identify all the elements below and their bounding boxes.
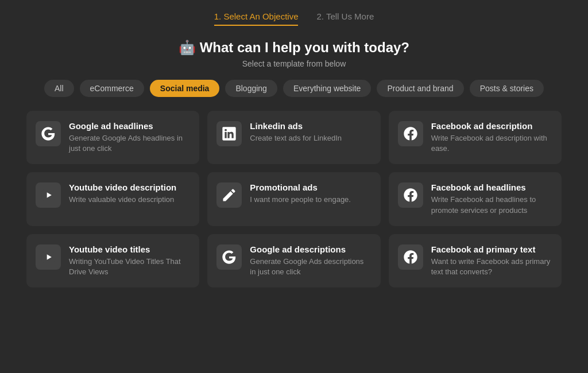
card-facebook-ad-headlines[interactable]: Facebook ad headlines Write Facebook ad …	[389, 172, 562, 226]
tab-blogging[interactable]: Blogging	[225, 80, 277, 97]
tab-ecommerce[interactable]: eCommerce	[80, 80, 144, 97]
tab-posts-stories[interactable]: Posts & stories	[470, 80, 544, 97]
card-desc-5: Write Facebook ad headlines to promote s…	[431, 195, 552, 215]
youtube-icon-0	[36, 182, 61, 208]
facebook-icon-2	[398, 244, 423, 270]
linkedin-icon	[216, 121, 242, 146]
card-title-5: Facebook ad headlines	[431, 182, 552, 192]
page-title: 🤖 What can I help you with today?	[26, 40, 562, 56]
card-desc-4: I want more people to engage.	[250, 195, 351, 205]
facebook-icon-0	[398, 121, 423, 146]
step-2[interactable]: 2. Tell Us More	[316, 11, 374, 26]
youtube-icon-1	[36, 244, 61, 270]
card-title-4: Promotional ads	[250, 182, 351, 192]
card-facebook-ad-description[interactable]: Facebook ad description Write Facebook a…	[389, 111, 562, 164]
page-subtitle: Select a template from below	[26, 59, 562, 68]
card-desc-6: Writing YouTube Video Titles That Drive …	[69, 257, 190, 277]
card-desc-3: Write valuable video description	[69, 195, 176, 205]
filter-tabs: All eCommerce Social media Blogging Ever…	[26, 80, 562, 97]
card-title-3: Youtube video description	[69, 182, 176, 192]
card-desc-7: Generate Google Ads descriptions in just…	[250, 257, 371, 277]
card-title-0: Google ad headlines	[69, 121, 190, 131]
tab-product-brand[interactable]: Product and brand	[377, 80, 463, 97]
card-title-8: Facebook ad primary text	[431, 244, 552, 254]
card-youtube-video-description[interactable]: Youtube video description Write valuable…	[26, 172, 199, 226]
page-header: 🤖 What can I help you with today? Select…	[26, 40, 562, 68]
card-google-ad-headlines[interactable]: Google ad headlines Generate Google Ads …	[26, 111, 199, 164]
facebook-icon-1	[398, 182, 423, 208]
card-youtube-video-titles[interactable]: Youtube video titles Writing YouTube Vid…	[26, 234, 199, 287]
card-title-7: Google ad descriptions	[250, 244, 371, 254]
google-icon-1	[216, 244, 242, 270]
card-google-ad-descriptions[interactable]: Google ad descriptions Generate Google A…	[207, 234, 380, 287]
cards-grid: Google ad headlines Generate Google Ads …	[26, 111, 562, 287]
steps-nav: 1. Select An Objective 2. Tell Us More	[26, 11, 562, 26]
card-title-1: Linkedin ads	[250, 121, 342, 131]
card-desc-1: Create text ads for LinkedIn	[250, 133, 342, 143]
robot-icon: 🤖	[179, 40, 196, 55]
card-promotional-ads[interactable]: Promotional ads I want more people to en…	[207, 172, 380, 226]
card-desc-2: Write Facebook ad description with ease.	[431, 133, 552, 154]
card-desc-8: Want to write Facebook ads primary text …	[431, 257, 552, 277]
tab-social-media[interactable]: Social media	[150, 80, 220, 97]
card-title-6: Youtube video titles	[69, 244, 190, 254]
tab-all[interactable]: All	[44, 80, 74, 97]
card-linkedin-ads[interactable]: Linkedin ads Create text ads for LinkedI…	[207, 111, 380, 164]
step-1[interactable]: 1. Select An Objective	[214, 11, 299, 26]
tab-everything-website[interactable]: Everything website	[283, 80, 372, 97]
pencil-icon	[216, 182, 242, 208]
google-icon	[36, 121, 61, 146]
card-title-2: Facebook ad description	[431, 121, 552, 131]
card-facebook-ad-primary-text[interactable]: Facebook ad primary text Want to write F…	[389, 234, 562, 287]
card-desc-0: Generate Google Ads headlines in just on…	[69, 133, 190, 154]
